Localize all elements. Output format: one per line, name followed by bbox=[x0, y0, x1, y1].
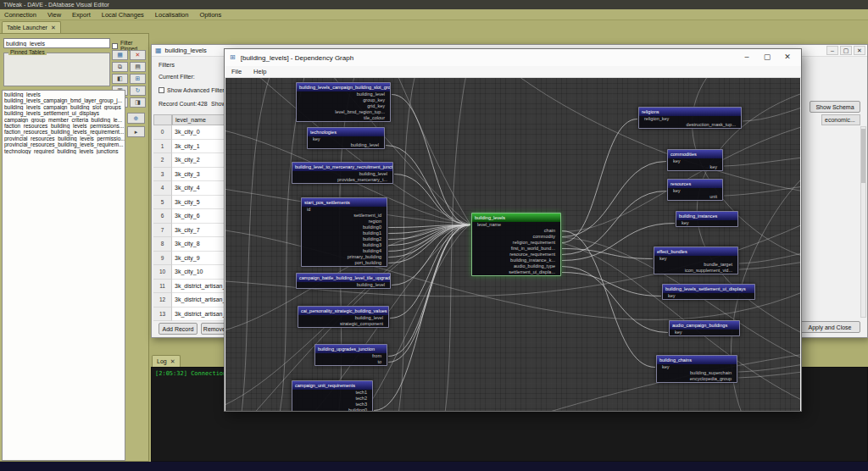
delete-button[interactable]: ✕ bbox=[130, 50, 146, 60]
menu-localisation[interactable]: Localisation bbox=[155, 11, 189, 19]
table-list-item[interactable]: campaign_group_member_criteria_building_… bbox=[3, 117, 125, 123]
graph-node-unit_requirements[interactable]: campaign_unit_requirementstech1tech2tech… bbox=[292, 380, 373, 411]
tab-table-launcher[interactable]: Table Launcher ✕ bbox=[2, 21, 61, 33]
graph-node-audio_buildings[interactable]: audio_campaign_buildingskey bbox=[669, 320, 740, 336]
filter-pinned-checkbox[interactable] bbox=[112, 43, 118, 49]
pin-table-button[interactable]: ⊕ bbox=[127, 113, 145, 124]
graph-node-field: building_level bbox=[297, 282, 390, 288]
graph-node-field: port_building bbox=[302, 260, 387, 266]
table-list-item[interactable]: building_levels bbox=[3, 91, 125, 97]
graph-node-start_pos[interactable]: start_pos_settlementsidsettlement_idregi… bbox=[301, 197, 387, 267]
graph-node-tile_upgrades[interactable]: campaign_battle_building_level_tile_upgr… bbox=[296, 273, 391, 289]
graph-edge bbox=[388, 225, 470, 363]
window-title: [building_levels] - Dependency Graph bbox=[241, 54, 353, 62]
graph-node-religions[interactable]: religionsreligion_keydestruction_mask_tu… bbox=[638, 107, 742, 129]
close-button[interactable]: ✕ bbox=[854, 46, 865, 55]
table-list-item[interactable]: provincial_resources_building_levels_req… bbox=[3, 141, 125, 147]
graph-edge bbox=[562, 267, 668, 333]
graph-node-field: building0 bbox=[292, 407, 372, 411]
graph-node-field: building1 bbox=[302, 230, 387, 236]
table-list-item[interactable]: faction_resources_building_levels_requir… bbox=[3, 129, 125, 135]
graph-node-merc_junctions[interactable]: building_level_to_mercenary_recruitment_… bbox=[292, 162, 393, 184]
pinned-tables-label: Pinned Tables bbox=[8, 49, 47, 55]
graph-node-title: building_levels bbox=[472, 213, 560, 222]
graph-node-title: cai_personality_strategic_building_value… bbox=[298, 307, 388, 315]
maximize-button[interactable]: ▢ bbox=[757, 51, 777, 64]
table-list-item[interactable]: building_levels_campaign_building_slot_g… bbox=[3, 104, 125, 110]
current-filter-label: Current Filter: bbox=[159, 74, 195, 80]
open-table-button[interactable]: ▸ bbox=[127, 126, 145, 137]
graph-edge bbox=[395, 78, 470, 224]
grid-view-button[interactable]: ▤ bbox=[130, 62, 146, 72]
menu-local-changes[interactable]: Local Changes bbox=[102, 11, 144, 19]
copy-button[interactable]: ⧉ bbox=[112, 62, 128, 72]
table-list-item[interactable]: building_levels_settlement_ui_displays bbox=[3, 110, 125, 116]
scrollbar-thumb[interactable] bbox=[861, 129, 865, 183]
graph-edge bbox=[739, 252, 800, 263]
refresh-button[interactable]: ↻ bbox=[130, 86, 146, 96]
bookmark-button[interactable]: ⊞ bbox=[130, 74, 146, 84]
minimize-button[interactable]: – bbox=[826, 46, 838, 55]
apply-and-close-button[interactable]: Apply and Close bbox=[799, 321, 860, 333]
column-header-economic[interactable]: economic... bbox=[821, 114, 860, 125]
menu-view[interactable]: View bbox=[47, 11, 61, 19]
tab-log[interactable]: Log ✕ bbox=[152, 355, 181, 367]
vertical-scrollbar[interactable] bbox=[860, 126, 866, 318]
graph-node-building_instances[interactable]: building_instanceskey bbox=[676, 211, 738, 227]
graph-title-bar[interactable]: ⊞ [building_levels] - Dependency Graph –… bbox=[225, 49, 801, 66]
table-list-item[interactable]: faction_resources_building_levels_permis… bbox=[3, 123, 125, 129]
graph-node-technologies[interactable]: technologieskeybuilding_level bbox=[307, 127, 385, 149]
graph-node-field: grid_key bbox=[297, 103, 390, 109]
graph-node-commodities[interactable]: commoditieskeykey bbox=[667, 149, 723, 171]
menu-connection[interactable]: Connection bbox=[4, 11, 36, 19]
paste-button[interactable]: ◧ bbox=[112, 74, 128, 84]
graph-canvas[interactable]: building_levels_campaign_building_slot_g… bbox=[225, 78, 800, 411]
menu-options[interactable]: Options bbox=[199, 11, 221, 19]
graph-node-sui_displays[interactable]: building_levels_settlement_ui_displayske… bbox=[662, 284, 755, 300]
maximize-button[interactable]: ▢ bbox=[840, 46, 852, 55]
close-icon[interactable]: ✕ bbox=[51, 25, 56, 31]
graph-node-field: destruction_mask_tup... bbox=[639, 122, 741, 128]
row-number: 7 bbox=[153, 224, 172, 238]
sort-button[interactable]: ◨ bbox=[130, 97, 146, 108]
graph-node-field: id bbox=[302, 207, 387, 213]
graph-node-field: key bbox=[668, 164, 722, 170]
minimize-button[interactable]: – bbox=[737, 51, 757, 64]
table-list-item[interactable]: technology_required_building_levels_junc… bbox=[3, 148, 125, 154]
table-list-item[interactable]: provincial_resources_building_levels_per… bbox=[3, 136, 125, 141]
app-title-bar[interactable]: TWeak - DAVE - DAtabase Visual Editor bbox=[0, 0, 868, 9]
close-button[interactable]: ✕ bbox=[777, 51, 798, 64]
show-schema-button[interactable]: Show Schema bbox=[810, 101, 860, 113]
graph-node-building_chains[interactable]: building_chainskeybuilding_superchainenc… bbox=[656, 355, 737, 383]
table-list: building_levelsbuilding_levels_campaign_… bbox=[2, 90, 125, 461]
graph-menu-help[interactable]: Help bbox=[253, 68, 266, 75]
graph-node-cai_values[interactable]: cai_personality_strategic_building_value… bbox=[298, 306, 389, 328]
row-number: 5 bbox=[153, 196, 172, 210]
graph-menu-file[interactable]: File bbox=[231, 68, 242, 75]
row-number: 3 bbox=[153, 168, 172, 182]
graph-node-field: building_level bbox=[308, 142, 384, 148]
table-search-input[interactable] bbox=[3, 38, 110, 48]
add-record-button[interactable]: Add Record bbox=[159, 323, 198, 335]
graph-node-effect_bundles[interactable]: effect_bundleskeybundle_targeticon_suppl… bbox=[654, 247, 738, 274]
graph-node-resources[interactable]: resourceskeyunit bbox=[667, 179, 723, 201]
menu-export[interactable]: Export bbox=[72, 11, 91, 19]
graph-node-slot_groups[interactable]: building_levels_campaign_building_slot_g… bbox=[296, 82, 391, 122]
close-icon[interactable]: ✕ bbox=[170, 358, 175, 365]
table-list-item[interactable]: building_levels_campaign_bmd_layer_group… bbox=[3, 97, 125, 103]
graph-node-title: building_levels_settlement_ui_displays bbox=[663, 285, 754, 293]
advanced-filters-checkbox[interactable] bbox=[159, 87, 164, 93]
graph-node-field: level_name bbox=[472, 222, 560, 228]
graph-node-field: building_level bbox=[297, 91, 390, 97]
graph-node-field: tech1 bbox=[292, 390, 372, 396]
graph-node-title: resources bbox=[668, 180, 722, 188]
graph-node-field: tech2 bbox=[292, 396, 372, 402]
new-table-button[interactable]: ▦ bbox=[112, 50, 128, 60]
graph-node-title: campaign_unit_requirements bbox=[292, 381, 372, 390]
graph-node-field: unit bbox=[668, 194, 722, 200]
taskbar[interactable] bbox=[0, 462, 868, 471]
graph-node-field: key bbox=[670, 330, 739, 335]
graph-node-building_levels[interactable]: building_levelslevel_namechaincommodityr… bbox=[471, 213, 561, 276]
graph-node-title: building_level_to_mercenary_recruitment_… bbox=[292, 163, 392, 171]
graph-node-upgrades_junction[interactable]: building_upgrades_junctionfromto bbox=[314, 344, 387, 366]
